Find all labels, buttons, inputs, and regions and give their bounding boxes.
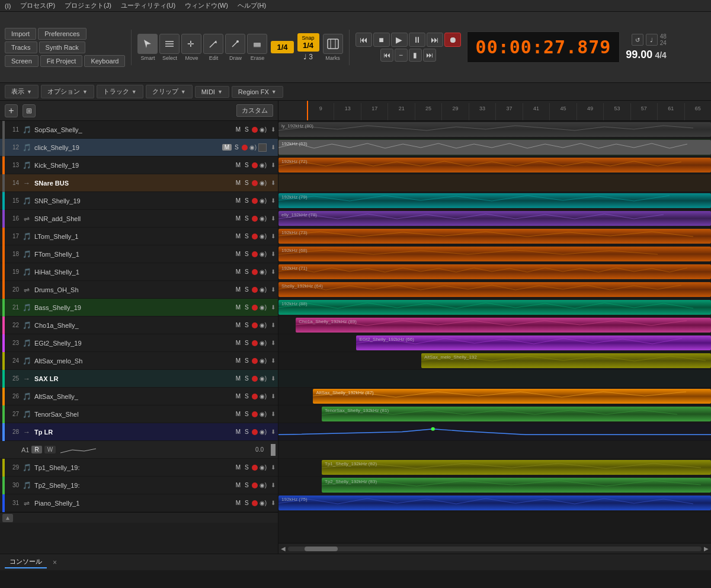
- solo-button[interactable]: S: [244, 180, 250, 186]
- scroll-right-arrow[interactable]: ▶: [704, 545, 709, 552]
- mute-button[interactable]: M: [235, 162, 242, 168]
- solo-button[interactable]: S: [244, 464, 250, 471]
- solo-button[interactable]: S: [244, 411, 250, 417]
- track-menu-arrow[interactable]: ⬇: [271, 126, 276, 133]
- waveform-container[interactable]: ly_192kHz (80) 192kHz (63): [278, 121, 711, 543]
- edit-tool[interactable]: Edit: [203, 34, 223, 61]
- marker-button[interactable]: ▮: [409, 49, 422, 62]
- preferences-button[interactable]: Preferences: [38, 28, 86, 40]
- draw-tool[interactable]: Draw: [225, 34, 245, 61]
- console-close-button[interactable]: ×: [53, 558, 57, 567]
- menu-item-process[interactable]: プロセス(P): [20, 1, 55, 10]
- rec-dot[interactable]: [252, 429, 258, 435]
- mute-button[interactable]: M: [235, 126, 242, 133]
- solo-button[interactable]: S: [244, 233, 250, 239]
- mute-button[interactable]: M: [235, 357, 242, 364]
- track-row-bus[interactable]: 25 → SAX LR M S ◉) ⬇: [0, 370, 278, 388]
- mute-button[interactable]: M: [235, 464, 242, 471]
- track-row[interactable]: 11 🎵 SopSax_Shelly_ M S ◉) ⬇: [0, 121, 278, 139]
- waveform-clip[interactable]: AltSax_Shelly_192kHz (87): [313, 389, 711, 404]
- monitor-button[interactable]: ◉): [260, 269, 267, 275]
- quantize-button[interactable]: 1/4: [271, 41, 293, 53]
- solo-button[interactable]: S: [244, 251, 250, 257]
- solo-button[interactable]: S: [244, 304, 250, 311]
- waveform-clip[interactable]: 192kHz (63): [278, 140, 711, 155]
- read-button[interactable]: R: [31, 446, 41, 453]
- smart-tool[interactable]: Smart: [137, 34, 158, 61]
- import-button[interactable]: Import: [5, 28, 36, 40]
- rec-dot[interactable]: [252, 180, 258, 186]
- track-menu-arrow[interactable]: ⬇: [271, 357, 276, 364]
- scroll-thumb[interactable]: [305, 547, 338, 551]
- monitor-button[interactable]: ◉): [249, 144, 257, 151]
- waveform-clip[interactable]: 192kHz (75): [278, 496, 711, 510]
- rec-dot[interactable]: [252, 394, 258, 400]
- monitor-button[interactable]: ◉): [260, 375, 267, 382]
- mute-button[interactable]: M: [235, 340, 242, 346]
- track-menu-arrow[interactable]: ⬇: [271, 500, 276, 506]
- menu-item-utility[interactable]: ユーティリティ(U): [121, 1, 175, 10]
- waveform-clip[interactable]: AltSax_melo_Shelly_192: [421, 353, 711, 368]
- track-row-bus[interactable]: 14 → SNare BUS M S ◉) ⬇: [0, 174, 278, 192]
- track-menu-arrow[interactable]: ⬇: [271, 269, 276, 275]
- mute-button[interactable]: M: [235, 393, 242, 400]
- automation-fader[interactable]: [271, 444, 276, 456]
- mute-button[interactable]: M: [235, 411, 242, 417]
- solo-button[interactable]: S: [244, 375, 250, 382]
- rec-dot[interactable]: [252, 465, 258, 471]
- mute-button[interactable]: M: [235, 215, 242, 222]
- monitor-button[interactable]: ◉): [260, 340, 267, 346]
- track-menu-arrow[interactable]: ⬇: [271, 429, 276, 435]
- track-menu-arrow[interactable]: ⬇: [271, 144, 276, 151]
- metronome-icon[interactable]: ♩: [646, 34, 658, 46]
- mute-button[interactable]: M: [235, 286, 242, 293]
- mute-button[interactable]: M: [235, 429, 242, 435]
- track-row[interactable]: 16 ⇌ SNR_add_Shell M S ◉) ⬇: [0, 210, 278, 228]
- solo-button[interactable]: S: [244, 215, 250, 222]
- track-row-bus[interactable]: 28 → Tp LR M S ◉) ⬇: [0, 423, 278, 441]
- track-menu-arrow[interactable]: ⬇: [271, 340, 276, 346]
- rec-dot[interactable]: [252, 198, 258, 204]
- rec-dot[interactable]: [252, 500, 258, 506]
- select-tool[interactable]: Select: [159, 34, 180, 61]
- rec-dot[interactable]: [252, 340, 258, 346]
- scroll-up-button[interactable]: ▲: [2, 514, 13, 522]
- track-menu-arrow[interactable]: ⬇: [271, 375, 276, 382]
- waveform-clip[interactable]: Shelly_192kHz (64): [278, 282, 711, 297]
- mute-button[interactable]: M: [235, 180, 242, 186]
- rec-dot[interactable]: [252, 162, 258, 168]
- options-button[interactable]: オプション ▼: [41, 85, 94, 98]
- midi-button[interactable]: MIDI ▼: [195, 86, 229, 98]
- fit-project-button[interactable]: Fit Project: [40, 55, 83, 67]
- add-folder-button[interactable]: ⊞: [23, 104, 36, 117]
- fast-forward-button[interactable]: ⏭: [427, 33, 443, 47]
- monitor-button[interactable]: ◉): [260, 411, 267, 417]
- track-menu-arrow[interactable]: ⬇: [271, 482, 276, 488]
- track-row[interactable]: 30 🎵 Tp2_Shelly_19: M S ◉) ⬇: [0, 477, 278, 494]
- rec-dot[interactable]: [252, 269, 258, 275]
- track-row[interactable]: 27 🎵 TenorSax_Shel M S ◉) ⬇: [0, 405, 278, 423]
- monitor-button[interactable]: ◉): [260, 215, 267, 222]
- play-button[interactable]: ▶: [391, 33, 408, 47]
- clip-button[interactable]: クリップ ▼: [146, 85, 193, 98]
- synth-rack-button[interactable]: Synth Rack: [39, 41, 85, 53]
- go-start-button[interactable]: ⏮: [380, 49, 393, 62]
- record-button[interactable]: ⏺: [444, 33, 461, 47]
- monitor-button[interactable]: ◉): [260, 197, 267, 204]
- track-row[interactable]: 31 ⇌ Piano_Shelly_1 M S ◉) ⬇: [0, 494, 278, 512]
- waveform-clip[interactable]: 192kHz (88): [278, 300, 711, 315]
- solo-button[interactable]: S: [244, 482, 250, 488]
- waveform-clip[interactable]: Tp1_Shelly_192kHz (82): [322, 460, 711, 475]
- monitor-button[interactable]: ◉): [260, 180, 267, 186]
- track-row[interactable]: 15 🎵 SNR_Shelly_19 M S ◉) ⬇: [0, 192, 278, 210]
- rec-dot[interactable]: [252, 234, 258, 239]
- monitor-button[interactable]: ◉): [260, 162, 267, 168]
- tracks-button[interactable]: Tracks: [5, 41, 37, 53]
- solo-button[interactable]: S: [244, 340, 250, 346]
- track-menu-arrow[interactable]: ⬇: [271, 197, 276, 204]
- mute-button[interactable]: M: [235, 251, 242, 257]
- track-menu-arrow[interactable]: ⬇: [271, 215, 276, 222]
- track-menu-arrow[interactable]: ⬇: [271, 464, 276, 471]
- track-menu-arrow[interactable]: ⬇: [271, 162, 276, 168]
- track-row[interactable]: 12 🎵 click_Shelly_19 M S ◉) ⬇: [0, 139, 278, 156]
